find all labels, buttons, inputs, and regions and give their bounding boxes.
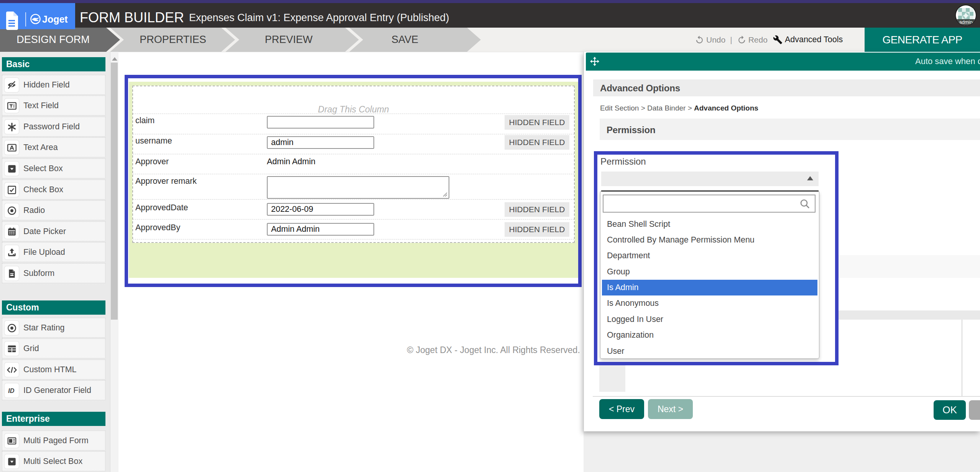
svg-text:ID: ID (8, 387, 15, 394)
